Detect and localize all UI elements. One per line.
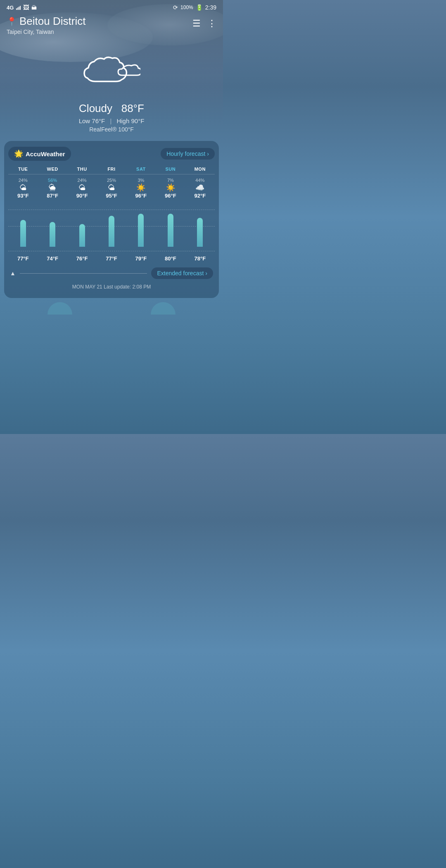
days-row: TUE WED THU FRI SAT SUN MON [8,167,215,174]
last-update: MON MAY 21 Last update: 2:08 PM [8,284,215,294]
location-block: 📍 Beitou District Taipei City, Taiwan [7,15,85,35]
icon-mon: ☁️ [195,184,204,191]
status-left: 4G 🖼 🏔 [7,4,37,11]
temperature-text: 88°F [121,102,144,114]
low-temp-text: Low 76°F [79,117,105,124]
high-thu: 90°F [76,193,88,199]
day-sat: SAT [126,167,156,172]
bar-chart [8,205,215,247]
forecast-day-fri: 25% 🌤 95°F [97,175,126,201]
city-name: Beitou District [19,15,85,28]
high-tue: 93°F [17,193,29,199]
bar-sun-fill [168,214,173,247]
precip-sun: 7% [167,178,174,183]
extended-forecast-label: Extended forecast [157,270,204,277]
day-wed: WED [38,167,67,172]
condition-text: Cloudy [79,102,112,114]
header-icons: ☰ ⋮ [192,15,216,29]
hourly-chevron: › [207,150,209,157]
high-sat: 96°F [135,193,147,199]
header: 📍 Beitou District Taipei City, Taiwan ☰ … [0,12,223,40]
high-low-row: Low 76°F | High 90°F [0,117,223,124]
icon-tue: 🌤 [19,184,27,191]
bar-fri-fill [109,216,114,247]
forecast-day-thu: 24% 🌤 90°F [67,175,97,201]
icon-thu: 🌤 [78,184,86,191]
hourly-forecast-button[interactable]: Hourly forecast › [161,148,215,160]
status-bar: 4G 🖼 🏔 ⟳ 100% 🔋 2:39 [0,0,223,12]
low-temps-grid: 77°F 74°F 76°F 77°F 79°F 80°F 78°F [8,251,215,262]
condition-temperature: Cloudy 88°F [0,102,223,115]
forecast-header: 🌟 AccuWeather Hourly forecast › [8,147,215,161]
high-fri: 95°F [106,193,117,199]
low-thu: 76°F [67,255,97,262]
forecast-day-mon: 44% ☁️ 92°F [185,175,215,201]
signal-icon [16,5,21,10]
bar-wed-fill [50,222,55,247]
low-sun: 80°F [156,255,185,262]
battery-icon: 🔋 [196,4,203,11]
hourly-forecast-label: Hourly forecast [166,150,205,157]
high-wed: 87°F [47,193,58,199]
day-tue: TUE [8,167,38,172]
day-thu: THU [67,167,97,172]
bar-tue-fill [20,220,26,247]
network-type: 4G [7,5,14,11]
low-mon: 78°F [185,255,215,262]
status-right: ⟳ 100% 🔋 2:39 [173,4,216,11]
bar-mon-fill [197,218,203,247]
bottom-hints [0,298,223,315]
low-tue: 77°F [8,255,38,262]
day-mon: MON [185,167,215,172]
icon-fri: 🌤 [108,184,115,191]
realfeel-text: RealFeel® 100°F [0,126,223,133]
precip-fri: 25% [107,178,116,183]
rotate-icon: ⟳ [173,4,178,11]
city-name-row: 📍 Beitou District [7,15,85,28]
forecast-day-sat: 3% ☀️ 96°F [126,175,156,201]
day-fri: FRI [97,167,126,172]
line-divider [20,273,147,274]
dotted-line-top [8,210,215,210]
battery-level: 100% [180,5,193,10]
divider: | [110,117,112,124]
low-fri: 77°F [97,255,126,262]
accuweather-badge: 🌟 AccuWeather [8,147,71,161]
precip-sat: 3% [138,178,144,183]
precip-mon: 44% [195,178,204,183]
icon-sun: ☀️ [166,184,175,191]
accuweather-label: AccuWeather [26,150,65,157]
bar-thu-fill [79,224,85,247]
accuweather-sun-icon: 🌟 [14,149,23,158]
forecast-grid: 24% 🌤 93°F 56% 🌦 87°F 24% 🌤 90°F 25% 🌤 9… [8,175,215,201]
bar-sat-fill [138,214,144,247]
weather-icon-area [0,40,223,98]
day-sun: SUN [156,167,185,172]
precip-tue: 24% [19,178,28,183]
forecast-panel: 🌟 AccuWeather Hourly forecast › TUE WED … [4,141,219,298]
extended-chevron: › [205,270,207,277]
triangle-icon: ▲ [10,270,16,277]
current-weather: Cloudy 88°F Low 76°F | High 90°F RealFee… [0,98,223,141]
low-wed: 74°F [38,255,67,262]
precip-wed: 56% [48,178,57,183]
sub-location: Taipei City, Taiwan [7,29,85,35]
precip-thu: 24% [78,178,87,183]
icon-wed: 🌦 [49,184,56,191]
high-sun: 96°F [165,193,176,199]
cloud-weather-icon [83,52,140,90]
image-icon: 🖼 [23,4,29,11]
location-pin-icon: 📍 [7,17,17,26]
forecast-day-sun: 7% ☀️ 96°F [156,175,185,201]
more-options-icon[interactable]: ⋮ [207,18,216,29]
low-sat: 79°F [126,255,156,262]
extended-forecast-button[interactable]: Extended forecast › [151,267,213,279]
forecast-day-wed: 56% 🌦 87°F [38,175,67,201]
extended-row: ▲ Extended forecast › [8,267,215,279]
location-list-icon[interactable]: ☰ [192,18,201,29]
bottom-circle-left [47,302,72,315]
high-mon: 92°F [194,193,206,199]
image2-icon: 🏔 [31,5,37,11]
forecast-day-tue: 24% 🌤 93°F [8,175,38,201]
time-display: 2:39 [205,4,216,11]
